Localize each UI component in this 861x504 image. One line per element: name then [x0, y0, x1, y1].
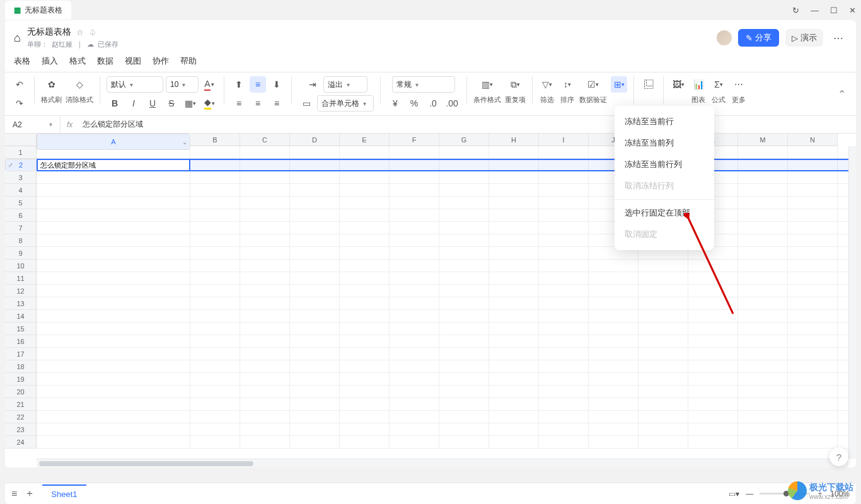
wrap-button[interactable]: ⇥ — [304, 76, 321, 93]
align-center-button[interactable]: ≡ — [250, 95, 266, 112]
cells-area[interactable] — [37, 146, 848, 459]
cell-reference-box[interactable]: A2▾ — [5, 116, 61, 133]
filter-icon[interactable]: ▽▾ — [539, 76, 555, 93]
add-sheet-button[interactable]: ＋ — [25, 487, 35, 500]
close-button[interactable]: ✕ — [849, 6, 856, 15]
bold-button[interactable]: B — [107, 95, 123, 112]
view-mode-icon[interactable]: ▭▾ — [729, 490, 739, 498]
format-painter-icon[interactable]: ✿ — [43, 76, 60, 93]
column-header-D[interactable]: D — [290, 134, 340, 146]
horizontal-scrollbar[interactable] — [37, 459, 848, 467]
row-header-11[interactable]: 11 — [5, 272, 37, 285]
data-validation-icon[interactable]: ☑▾ — [585, 76, 601, 93]
overflow-select[interactable]: 溢出▾ — [323, 76, 367, 93]
undo-button[interactable]: ↶ — [11, 76, 28, 93]
bell-icon[interactable]: ♤ — [89, 28, 96, 37]
align-right-button[interactable]: ≡ — [269, 95, 285, 112]
column-header-I[interactable]: I — [539, 134, 589, 146]
row-header-2[interactable]: 2 — [5, 159, 37, 171]
select-all-corner[interactable] — [5, 134, 37, 146]
row-header-8[interactable]: 8 — [5, 234, 37, 247]
row-header-21[interactable]: 21 — [5, 398, 37, 411]
row-header-3[interactable]: 3 — [5, 171, 37, 184]
group-icon[interactable]: ⿺ — [640, 76, 657, 93]
present-button[interactable]: ▷ 演示 — [785, 29, 823, 47]
help-fab[interactable]: ? — [829, 447, 848, 466]
row-header-18[interactable]: 18 — [5, 360, 37, 373]
formula-icon[interactable]: Σ▾ — [710, 76, 727, 93]
star-icon[interactable]: ☆ — [76, 28, 84, 37]
percent-button[interactable]: % — [406, 95, 422, 112]
column-header-H[interactable]: H — [489, 134, 539, 146]
sort-icon[interactable]: ↕▾ — [559, 76, 575, 93]
image-icon[interactable]: 🖼▾ — [670, 76, 686, 93]
row-header-16[interactable]: 16 — [5, 335, 37, 348]
fill-color-button[interactable]: ◆▾ — [201, 95, 217, 112]
minimize-button[interactable]: — — [811, 6, 819, 15]
sheet-list-button[interactable]: ≡ — [11, 488, 17, 500]
row-header-23[interactable]: 23 — [5, 423, 37, 436]
home-icon[interactable]: ⌂ — [14, 32, 21, 45]
column-header-N[interactable]: N — [788, 134, 838, 146]
italic-button[interactable]: I — [125, 95, 142, 112]
font-color-button[interactable]: A▾ — [201, 76, 217, 93]
clear-format-icon[interactable]: ◇ — [71, 76, 88, 93]
active-cell[interactable]: 怎么锁定部分区域 — [37, 159, 190, 171]
refresh-button[interactable]: ↻ — [792, 6, 799, 15]
freeze-to-row-col-item[interactable]: 冻结至当前行列 — [615, 154, 714, 175]
valign-middle-button[interactable]: ≡ — [250, 76, 266, 93]
duplicates-icon[interactable]: ⧉▾ — [507, 76, 524, 93]
column-header-B[interactable]: B — [190, 134, 240, 146]
row-header-6[interactable]: 6 — [5, 209, 37, 222]
row-header-9[interactable]: 9 — [5, 247, 37, 260]
column-header-C[interactable]: C — [240, 134, 290, 146]
pin-row-top-item[interactable]: 选中行固定在顶部 — [615, 202, 714, 224]
row-header-10[interactable]: 10 — [5, 260, 37, 272]
document-title[interactable]: 无标题表格 — [27, 26, 71, 38]
more-icon[interactable]: ⋯ — [731, 76, 747, 93]
vertical-scrollbar[interactable] — [848, 146, 856, 459]
row-header-15[interactable]: 15 — [5, 323, 37, 335]
currency-button[interactable]: ¥ — [387, 95, 403, 112]
valign-bottom-button[interactable]: ⬇ — [269, 76, 285, 93]
row-header-22[interactable]: 22 — [5, 411, 37, 423]
share-button[interactable]: ✎ 分享 — [738, 29, 779, 47]
font-name-select[interactable]: 默认▾ — [107, 76, 163, 93]
menu-collab[interactable]: 协作 — [153, 55, 169, 67]
menu-help[interactable]: 帮助 — [180, 55, 197, 67]
row-header-13[interactable]: 13 — [5, 297, 37, 310]
strike-button[interactable]: S — [163, 95, 180, 112]
merge-select[interactable]: 合并单元格▾ — [317, 95, 374, 112]
underline-button[interactable]: U — [144, 95, 161, 112]
align-left-button[interactable]: ≡ — [231, 95, 247, 112]
conditional-format-icon[interactable]: ▥▾ — [479, 76, 495, 93]
font-size-select[interactable]: 10▾ — [166, 76, 199, 93]
menu-format[interactable]: 格式 — [69, 55, 86, 67]
valign-top-button[interactable]: ⬆ — [231, 76, 247, 93]
number-format-select[interactable]: 常规▾ — [392, 76, 455, 93]
formula-input[interactable]: 怎么锁定部分区域 — [79, 119, 856, 130]
row-header-7[interactable]: 7 — [5, 222, 37, 234]
zoom-slider[interactable] — [760, 493, 810, 495]
chart-icon[interactable]: 📊 — [690, 76, 707, 93]
row-header-20[interactable]: 20 — [5, 386, 37, 398]
increase-decimal-button[interactable]: .00 — [444, 95, 460, 112]
collapse-ribbon-button[interactable]: ⌃ — [834, 84, 850, 104]
menu-insert[interactable]: 插入 — [42, 55, 58, 67]
column-header-M[interactable]: M — [738, 134, 788, 146]
freeze-to-row-item[interactable]: 冻结至当前行 — [615, 111, 714, 132]
row-header-4[interactable]: 4 — [5, 184, 37, 197]
spreadsheet-grid[interactable]: ABCDEFGHIJKLMN 1234567891011121314151617… — [5, 134, 856, 467]
column-header-F[interactable]: F — [390, 134, 439, 146]
column-header-E[interactable]: E — [340, 134, 390, 146]
border-button[interactable]: ▦▾ — [182, 95, 199, 112]
freeze-to-col-item[interactable]: 冻结至当前列 — [615, 132, 714, 154]
menu-table[interactable]: 表格 — [14, 55, 30, 67]
menu-view[interactable]: 视图 — [125, 55, 141, 67]
document-tab[interactable]: ▦ 无标题表格 — [5, 1, 71, 20]
more-menu-button[interactable]: ⋯ — [829, 30, 847, 47]
row-header-24[interactable]: 24 — [5, 436, 37, 449]
zoom-value[interactable]: 100% — [830, 490, 850, 498]
row-header-17[interactable]: 17 — [5, 348, 37, 360]
avatar[interactable] — [717, 30, 732, 45]
